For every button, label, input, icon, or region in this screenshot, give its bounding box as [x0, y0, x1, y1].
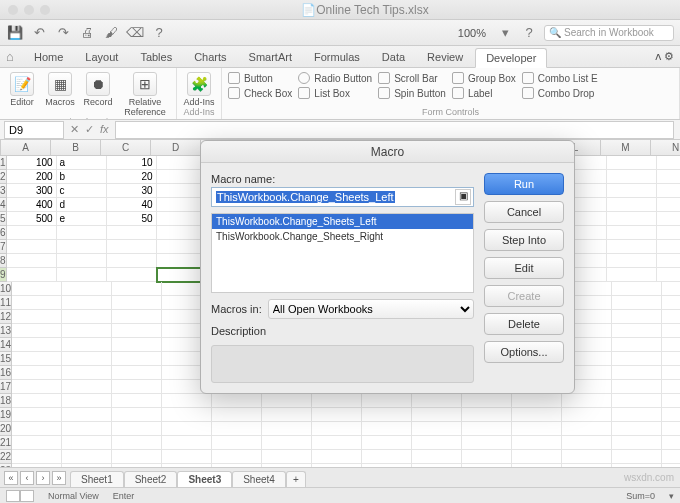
cancel-button[interactable]: Cancel: [484, 201, 564, 223]
row-header[interactable]: 19: [0, 408, 12, 422]
formula-input[interactable]: [115, 121, 674, 139]
minimize-icon[interactable]: [24, 5, 34, 15]
cell[interactable]: [62, 352, 112, 366]
cell[interactable]: [607, 184, 657, 198]
cell[interactable]: [512, 408, 562, 422]
redo-icon[interactable]: ↷: [54, 24, 72, 42]
row-header[interactable]: 13: [0, 324, 12, 338]
cell[interactable]: [607, 268, 657, 282]
cell[interactable]: [662, 408, 680, 422]
cell[interactable]: [62, 296, 112, 310]
cell[interactable]: [112, 436, 162, 450]
column-header[interactable]: C: [101, 140, 151, 155]
cell[interactable]: [212, 422, 262, 436]
tab-formulas[interactable]: Formulas: [304, 48, 370, 66]
column-header[interactable]: A: [1, 140, 51, 155]
close-icon[interactable]: [8, 5, 18, 15]
cell[interactable]: [662, 324, 680, 338]
cell[interactable]: [362, 408, 412, 422]
save-icon[interactable]: 💾: [6, 24, 24, 42]
macros-button[interactable]: ▦Macros: [44, 72, 76, 107]
cell[interactable]: [57, 240, 107, 254]
cell[interactable]: [462, 450, 512, 464]
row-header[interactable]: 14: [0, 338, 12, 352]
cell[interactable]: [262, 436, 312, 450]
cell[interactable]: [657, 268, 680, 282]
fc-checkbox[interactable]: Check Box: [228, 87, 292, 99]
cell[interactable]: [107, 268, 157, 282]
row-header[interactable]: 18: [0, 394, 12, 408]
cell[interactable]: [657, 240, 680, 254]
row-header[interactable]: 22: [0, 450, 12, 464]
cell[interactable]: 50: [107, 212, 157, 226]
fc-combolist[interactable]: Combo List E: [522, 72, 598, 84]
sheet-tab[interactable]: Sheet3: [177, 471, 232, 487]
cell[interactable]: [612, 366, 662, 380]
cell[interactable]: [112, 324, 162, 338]
cell[interactable]: [212, 408, 262, 422]
cell[interactable]: [612, 450, 662, 464]
cell[interactable]: [312, 450, 362, 464]
cell[interactable]: [112, 380, 162, 394]
cell[interactable]: [657, 184, 680, 198]
cell[interactable]: 400: [7, 198, 57, 212]
ribbon-collapse-icon[interactable]: ʌ: [655, 50, 662, 63]
fc-groupbox[interactable]: Group Box: [452, 72, 516, 84]
cell[interactable]: [12, 282, 62, 296]
sheet-tab[interactable]: Sheet4: [232, 471, 286, 487]
cell[interactable]: [112, 422, 162, 436]
add-sheet-button[interactable]: +: [286, 471, 306, 487]
cell[interactable]: [62, 408, 112, 422]
column-header[interactable]: B: [51, 140, 101, 155]
cell[interactable]: [607, 254, 657, 268]
relative-reference-button[interactable]: ⊞Relative Reference: [120, 72, 170, 117]
step-into-button[interactable]: Step Into: [484, 229, 564, 251]
record-button[interactable]: ⏺Record: [82, 72, 114, 107]
cell[interactable]: [12, 310, 62, 324]
brush-icon[interactable]: 🖌: [102, 24, 120, 42]
cell[interactable]: [7, 268, 57, 282]
cell[interactable]: [612, 352, 662, 366]
cell[interactable]: [657, 170, 680, 184]
zoom-dropdown-icon[interactable]: ▾: [496, 24, 514, 42]
cell[interactable]: [462, 436, 512, 450]
cell[interactable]: 300: [7, 184, 57, 198]
cell[interactable]: d: [57, 198, 107, 212]
cell[interactable]: [212, 436, 262, 450]
cancel-formula-icon[interactable]: ✕: [70, 123, 79, 136]
name-box[interactable]: D9: [4, 121, 64, 139]
cell[interactable]: [162, 436, 212, 450]
cell[interactable]: [662, 282, 680, 296]
collapse-dialog-icon[interactable]: ▣: [455, 189, 471, 205]
help-icon[interactable]: ?: [150, 24, 168, 42]
cell[interactable]: 20: [107, 170, 157, 184]
cell[interactable]: 200: [7, 170, 57, 184]
search-input[interactable]: Search in Workbook: [544, 25, 674, 41]
cell[interactable]: [607, 170, 657, 184]
cell[interactable]: [657, 226, 680, 240]
cell[interactable]: [62, 282, 112, 296]
cell[interactable]: [462, 422, 512, 436]
cell[interactable]: [112, 296, 162, 310]
cell[interactable]: [62, 380, 112, 394]
cell[interactable]: [12, 408, 62, 422]
cell[interactable]: [7, 240, 57, 254]
cell[interactable]: [12, 296, 62, 310]
row-header[interactable]: 16: [0, 366, 12, 380]
cell[interactable]: [112, 338, 162, 352]
sheet-nav-first[interactable]: «: [4, 471, 18, 485]
cell[interactable]: [7, 226, 57, 240]
zoom-level[interactable]: 100%: [454, 27, 490, 39]
cell[interactable]: [562, 408, 612, 422]
sheet-nav-last[interactable]: »: [52, 471, 66, 485]
cell[interactable]: [312, 394, 362, 408]
options-button[interactable]: Options...: [484, 341, 564, 363]
cell[interactable]: [662, 296, 680, 310]
cell[interactable]: [12, 394, 62, 408]
cell[interactable]: [662, 352, 680, 366]
cell[interactable]: [612, 310, 662, 324]
delete-button[interactable]: Delete: [484, 313, 564, 335]
cell[interactable]: [62, 338, 112, 352]
view-pagelayout-button[interactable]: [20, 490, 34, 502]
fc-label[interactable]: Label: [452, 87, 516, 99]
